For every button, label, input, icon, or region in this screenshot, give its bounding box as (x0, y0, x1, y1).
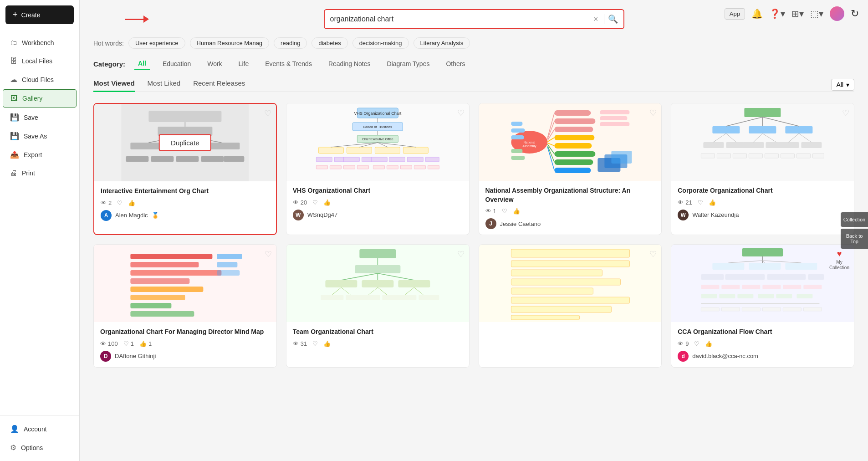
svg-rect-58 (554, 151, 595, 157)
category-bar: Category: All Education Work Life Events… (93, 58, 854, 70)
card-body-2: VHS Organizational Chart 👁 20 ♡ 👍 W WSnq… (286, 181, 469, 226)
cat-events-trends[interactable]: Events & Trends (261, 58, 316, 69)
svg-rect-172 (701, 294, 717, 298)
author-avatar-5: D (100, 351, 111, 362)
thumb-5: 👍 1 (139, 340, 152, 347)
svg-rect-82 (713, 126, 740, 133)
cat-all[interactable]: All (134, 58, 150, 70)
card-body-8: CCA Organizational Flow Chart 👁 9 ♡ 👍 d … (671, 322, 854, 367)
cat-work[interactable]: Work (204, 58, 225, 69)
duplicate-overlay[interactable]: Duplicate (159, 134, 211, 151)
search-wrapper: × 🔍 (324, 9, 624, 29)
heart-icon-2[interactable]: ♡ (457, 108, 465, 118)
search-input[interactable] (330, 15, 593, 23)
sidebar-item-print[interactable]: 🖨 Print (3, 164, 77, 182)
thumb-8: 👍 (705, 340, 712, 347)
heart-icon-6[interactable]: ♡ (457, 249, 465, 259)
heart-icon-7[interactable]: ♡ (649, 249, 657, 259)
svg-rect-144 (511, 261, 629, 267)
svg-rect-146 (511, 279, 620, 285)
back-to-top-button[interactable]: Back to Top (841, 229, 868, 249)
cat-others[interactable]: Others (442, 58, 469, 69)
svg-rect-101 (717, 154, 731, 158)
sidebar-item-local-files[interactable]: 🗄 Local Files (3, 52, 77, 70)
card-stats-2: 👁 20 ♡ 👍 (293, 199, 463, 206)
card-thumb-vhs: VHS Organizational Chart Board of Truste… (286, 103, 469, 181)
filter-dropdown[interactable]: All ▾ (831, 79, 854, 91)
sidebar-item-cloud-files[interactable]: ☁ Cloud Files (3, 71, 77, 88)
svg-rect-183 (783, 307, 802, 311)
svg-rect-25 (347, 147, 372, 154)
svg-rect-56 (554, 135, 594, 140)
collection-button[interactable]: Collection (841, 212, 868, 227)
search-icon[interactable]: 🔍 (608, 14, 618, 24)
card-title-6: Team Organizational Chart (293, 328, 463, 337)
svg-rect-54 (554, 118, 595, 124)
svg-rect-147 (511, 288, 593, 294)
sidebar-item-save[interactable]: 💾 Save (3, 108, 77, 126)
card-placeholder[interactable]: ♡ (479, 244, 662, 368)
search-clear-button[interactable]: × (593, 15, 598, 24)
cat-diagram-types[interactable]: Diagram Types (383, 58, 434, 69)
svg-rect-83 (749, 126, 776, 133)
my-collection-heart[interactable]: ♥ (837, 249, 842, 259)
svg-rect-34 (343, 157, 359, 162)
card-team-org[interactable]: ♡ Team Organizational Chart 👁 31 ♡ 👍 (286, 244, 470, 368)
sidebar-item-save-as[interactable]: 💾 Save As (3, 127, 77, 145)
hot-tag-hr-manag[interactable]: Human Resource Manag (190, 37, 270, 49)
author-avatar-3: J (485, 218, 496, 229)
card-thumb-team: ♡ (286, 245, 469, 322)
sidebar-item-export[interactable]: 📤 Export (3, 146, 77, 164)
card-interactive-ent[interactable]: Duplicate ♡ Interactive Entertainment Or… (93, 103, 277, 235)
heart-icon-4[interactable]: ♡ (842, 108, 849, 118)
author-avatar-4: W (678, 210, 689, 220)
heart-icon-1[interactable]: ♡ (264, 108, 271, 118)
svg-rect-121 (359, 249, 396, 258)
svg-rect-60 (554, 168, 591, 173)
card-vhs-org[interactable]: VHS Organizational Chart Board of Truste… (286, 103, 470, 235)
card-corporate-org[interactable]: ♡ Corporate Organizational Chart 👁 21 ♡ … (671, 103, 854, 235)
cat-education[interactable]: Education (159, 58, 194, 69)
cat-reading-notes[interactable]: Reading Notes (325, 58, 374, 69)
svg-rect-88 (704, 142, 724, 148)
hot-tag-decision-making[interactable]: decision-making (352, 37, 409, 49)
svg-rect-115 (130, 303, 171, 308)
svg-rect-166 (701, 285, 720, 289)
cat-life[interactable]: Life (235, 58, 253, 69)
hot-tag-reading[interactable]: reading (274, 37, 307, 49)
hot-words-bar: Hot words: User experience Human Resourc… (93, 37, 854, 49)
card-national-assembly[interactable]: National Assembly (479, 103, 662, 235)
hot-tag-literary-analysis[interactable]: Literary Analysis (414, 37, 470, 49)
heart-icon-3[interactable]: ♡ (649, 108, 657, 118)
card-cca-flow[interactable]: ♥ MyCollection CCA Organizational Flow C… (671, 244, 854, 368)
sidebar-item-account[interactable]: 👤 Account (3, 420, 77, 438)
svg-rect-109 (130, 254, 212, 259)
tab-recent-releases[interactable]: Recent Releases (193, 79, 245, 91)
svg-rect-168 (742, 285, 761, 289)
sidebar-item-workbench[interactable]: 🗂 Workbench (3, 34, 77, 51)
hot-tag-user-experience[interactable]: User experience (128, 37, 185, 49)
tab-most-viewed[interactable]: Most Viewed (93, 79, 135, 92)
card-body-4: Corporate Organizational Chart 👁 21 ♡ 👍 … (671, 181, 854, 226)
card-author-3: J Jessie Caetano (485, 218, 655, 229)
heart-icon-5[interactable]: ♡ (265, 249, 272, 259)
sidebar-item-options[interactable]: ⚙ Options (3, 439, 77, 456)
cards-grid: Duplicate ♡ Interactive Entertainment Or… (93, 103, 854, 368)
svg-rect-74 (511, 135, 524, 139)
views-3: 👁 1 (485, 208, 496, 215)
card-title-8: CCA Organizational Flow Chart (678, 328, 848, 337)
svg-rect-170 (783, 285, 802, 289)
card-org-mind-map[interactable]: ♡ Organizational Chart For Managing Dire… (93, 244, 277, 368)
svg-rect-10 (224, 156, 244, 162)
sidebar: + Create 🗂 Workbench 🗄 Local Files ☁ Clo… (0, 0, 80, 461)
svg-rect-155 (749, 263, 781, 270)
svg-rect-148 (511, 297, 629, 303)
sidebar-item-gallery[interactable]: 🖼 Gallery (3, 89, 77, 108)
create-button[interactable]: + Create (5, 5, 74, 24)
hot-tag-diabetes[interactable]: diabetes (311, 37, 347, 49)
sidebar-nav: 🗂 Workbench 🗄 Local Files ☁ Cloud Files … (0, 30, 79, 415)
tab-most-liked[interactable]: Most Liked (148, 79, 181, 91)
card-stats-1: 👁 2 ♡ 👍 (101, 200, 270, 206)
svg-rect-93 (802, 142, 822, 148)
svg-text:National: National (523, 141, 535, 144)
